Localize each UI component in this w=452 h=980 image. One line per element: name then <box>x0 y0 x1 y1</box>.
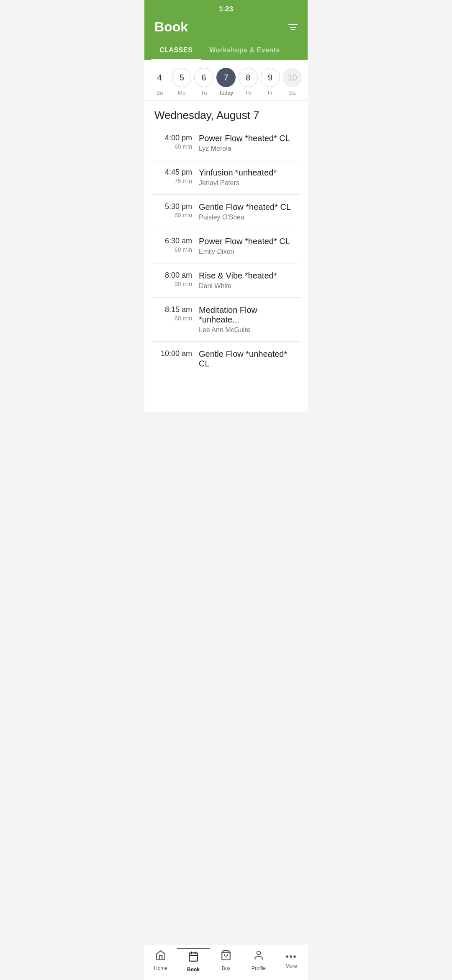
page-title: Book <box>154 19 188 35</box>
class-info-3: Power Flow *heated* CL Emily Dixon <box>199 237 298 255</box>
class-info-1: Yinfusion *unheated* Jenayl Peters <box>199 168 298 187</box>
class-info-0: Power Flow *heated* CL Lyz Merola <box>199 134 298 152</box>
class-time-2: 5:30 pm 60 min <box>154 202 192 219</box>
calendar-day-9[interactable]: 9 Fr <box>260 68 281 96</box>
filter-icon[interactable] <box>288 24 298 30</box>
calendar-strip: 4 Su 5 Mo 6 Tu 7 Today 8 Th 9 Fr 10 Sa <box>144 60 308 101</box>
class-time-5: 8:15 am 60 min <box>154 305 192 322</box>
main-content: Wednesday, August 7 4:00 pm 60 min Power… <box>144 101 308 412</box>
class-info-5: Meditation Flow *unheate... Lee Ann McGu… <box>199 305 298 334</box>
class-info-6: Gentle Flow *unheated* CL <box>199 349 298 370</box>
calendar-day-4[interactable]: 4 Su <box>149 68 170 96</box>
class-time-6: 10:00 am <box>154 349 192 359</box>
class-time-0: 4:00 pm 60 min <box>154 134 192 150</box>
class-item-1[interactable]: 4:45 pm 75 min Yinfusion *unheated* Jena… <box>151 160 301 195</box>
header-title-row: Book <box>144 16 308 41</box>
calendar-day-8[interactable]: 8 Th <box>238 68 259 96</box>
class-info-2: Gentle Flow *heated* CL Paisley O'Shea <box>199 202 298 221</box>
calendar-day-5[interactable]: 5 Mo <box>171 68 192 96</box>
status-bar: 1:23 <box>144 0 308 16</box>
class-item-5[interactable]: 8:15 am 60 min Meditation Flow *unheate.… <box>151 298 301 342</box>
class-item-4[interactable]: 8:00 am 90 min Rise & Vibe *heated* Dani… <box>151 263 301 298</box>
class-time-4: 8:00 am 90 min <box>154 271 192 287</box>
class-list: 4:00 pm 60 min Power Flow *heated* CL Ly… <box>144 126 308 378</box>
class-item-3[interactable]: 6:30 am 60 min Power Flow *heated* CL Em… <box>151 229 301 263</box>
date-heading: Wednesday, August 7 <box>144 101 308 126</box>
class-time-1: 4:45 pm 75 min <box>154 168 192 184</box>
class-time-3: 6:30 am 60 min <box>154 237 192 253</box>
app-header: 1:23 Book CLASSES Workshops & Events <box>144 0 308 60</box>
class-item-0[interactable]: 4:00 pm 60 min Power Flow *heated* CL Ly… <box>151 126 301 160</box>
tab-workshops[interactable]: Workshops & Events <box>201 41 288 60</box>
class-item-6[interactable]: 10:00 am Gentle Flow *unheated* CL <box>151 342 301 378</box>
class-info-4: Rise & Vibe *heated* Dani White <box>199 271 298 290</box>
calendar-day-6[interactable]: 6 Tu <box>193 68 214 96</box>
tab-classes[interactable]: CLASSES <box>151 41 201 60</box>
calendar-day-10[interactable]: 10 Sa <box>282 68 303 96</box>
calendar-day-7[interactable]: 7 Today <box>216 68 236 96</box>
status-time: 1:23 <box>219 5 233 13</box>
tabs-row: CLASSES Workshops & Events <box>144 41 308 60</box>
class-item-2[interactable]: 5:30 pm 60 min Gentle Flow *heated* CL P… <box>151 195 301 229</box>
